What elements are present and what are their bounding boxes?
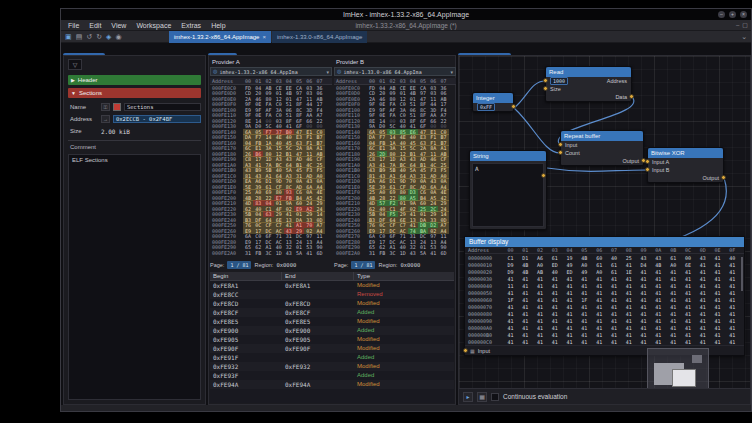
document-tab[interactable]: imhex-1.33.0-x86_64.AppImage [272,31,367,43]
menu-edit[interactable]: Edit [84,20,106,31]
chevron-icon: ▶ [71,77,75,83]
minimize-icon[interactable]: – [718,11,725,18]
size-label: Size [70,128,98,134]
comment-textarea[interactable]: ELF Sections [68,154,201,400]
filter-icon[interactable]: ▽ [68,59,82,70]
close-icon[interactable]: × [740,11,747,18]
column-begin[interactable]: Begin [210,272,282,280]
buffer-row: 0000008041414141414141414141414141414141 [465,310,744,317]
input-pin[interactable] [558,150,563,155]
diff-table-row[interactable]: 0xFE8CF0xFE8CFAdded [210,308,454,317]
buffer-hex-dump: 00000000C1D1A661194B60402543436100434140… [465,254,744,345]
provider-b-select[interactable]: ◎ imhex-1.33.0-x86_64.AppIma ▾ [334,67,456,76]
toolbar: ▣▤↺↻◈◉ [65,32,122,42]
diff-table-row[interactable]: 0xFE9050xFE905Modified [210,335,454,344]
layout-restore-icon[interactable]: ▢ [742,20,748,31]
node-string[interactable]: String A [469,150,547,230]
hex-row[interactable]: 000FE2A031FB3C1D435A416D [334,250,456,256]
node-read[interactable]: Read 1000 Address Size Data [545,66,632,102]
continuous-evaluation-checkbox[interactable] [491,393,499,401]
tab-close-icon[interactable]: × [262,34,266,40]
node-title: Read [546,67,631,77]
output-pin[interactable] [511,104,516,109]
document-tab-label: imhex-1.33.2-x86_64.AppImage [174,34,259,40]
bookmarks-tabstrip: Bookmarks [63,45,105,55]
menu-extras[interactable]: Extras [176,20,206,31]
diff-table-row[interactable]: 0xFE94A0xFE94AModified [210,380,454,389]
input-pin[interactable] [543,86,548,91]
region-value: 0x0000 [400,262,420,268]
page-input[interactable]: 1 / 81 [227,261,251,269]
undo-icon[interactable]: ↺ [86,32,92,42]
column-type[interactable]: Type [354,272,454,280]
minimap-node [692,355,702,363]
save-icon[interactable]: ▤ [76,32,83,42]
document-tab[interactable]: imhex-1.33.2-x86_64.AppImage× [169,31,271,43]
menu-view[interactable]: View [106,20,131,31]
column-end[interactable]: End [282,272,354,280]
hex-row[interactable]: 000FE2A031FB3C1D435A416D [210,250,332,256]
layout-minimize-icon[interactable]: – [736,20,739,31]
diff-table-row[interactable]: 0xFE8E50xFE8E5Modified [210,317,454,326]
string-value-field[interactable]: A [472,163,544,227]
redo-icon[interactable]: ↻ [96,32,102,42]
goto-address-icon[interactable]: → [101,115,110,123]
toolbar-row: ▣▤↺↻◈◉ imhex-1.33.2-x86_64.AppImage×imhe… [61,31,751,43]
port-label: Input [478,348,490,354]
buffer-row: 0000004011414141414141414141414141414141 [465,282,744,289]
bookmark-entry-sections[interactable]: ▼Sections [68,88,201,98]
diff-table-row[interactable]: 0xFE91FAdded [210,353,454,362]
diff-table-row[interactable]: 0xFE8CCRemoved [210,290,454,299]
scrollbar[interactable] [741,257,743,291]
bookmark-entry-header[interactable]: ▶Header [68,75,201,85]
menu-file[interactable]: File [63,20,84,31]
read-size-field[interactable]: 1000 [550,77,568,85]
output-pin[interactable] [629,94,634,99]
address-column-label: Address [334,78,367,84]
lock-icon[interactable]: ⚿ [101,103,110,111]
menu-help[interactable]: Help [206,20,230,31]
maximize-icon[interactable]: + [729,11,736,18]
buffer-row: 000000B041414141414141414141414141414141 [465,331,744,338]
node-repeat-buffer[interactable]: Repeat buffer Input Count Output [560,130,644,166]
bookmark-color-swatch[interactable] [113,103,121,111]
provider-b-file: imhex-1.33.0-x86_64.AppIma [343,69,448,75]
input-pin[interactable] [543,78,548,83]
diff-table-row[interactable]: 0xFE8A10xFE8A1Modified [210,281,454,290]
diff-table-row[interactable]: 0xFE8CD0xFE8CDModified [210,299,454,308]
dockspace: Bookmarks Diffing Data Processor ▽ ▶Head… [61,43,751,405]
input-pin[interactable] [645,159,650,164]
provider-b-title: Provider B [334,58,456,66]
open-file-icon[interactable]: ▣ [65,32,72,42]
menu-items: FileEditViewWorkspaceExtrasHelp [63,20,231,31]
window-titlebar[interactable]: ImHex - imhex-1.33.2-x86_64.AppImage – +… [61,9,751,20]
bookmark-name-field[interactable]: Sections [124,103,201,111]
bookmark-address-value[interactable]: 0x2ECCB - 0x2F4BF [113,115,201,123]
data-processor-tabstrip: Data Processor [458,45,511,55]
bookmark-size-value: 2.00 kiB [101,128,130,135]
diff-table-row[interactable]: 0xFE9000xFE900Added [210,326,454,335]
input-pin[interactable] [558,142,563,147]
diff-table-row[interactable]: 0xFE93FAdded [210,371,454,380]
menu-workspace[interactable]: Workspace [131,20,176,31]
grid-view-icon[interactable]: ▦ [477,392,487,402]
output-pin[interactable] [541,173,546,178]
minimap-viewport [672,369,696,387]
node-buffer-display[interactable]: Buffer display Address 00010203040506070… [464,236,745,356]
node-integer[interactable]: Integer 0xFF [472,92,514,112]
input-pin[interactable] [463,348,468,353]
bookmark-icon[interactable]: ◈ [106,32,111,42]
node-bitwise-xor[interactable]: Bitwise XOR Input A Input B Output [647,147,724,183]
diff-table-row[interactable]: 0xFE90F0xFE90FModified [210,344,454,353]
page-input[interactable]: 1 / 81 [351,261,375,269]
diff-table-body: 0xFE8A10xFE8A1Modified0xFE8CCRemoved0xFE… [210,281,454,403]
chevron-down-icon[interactable]: ⌄ [741,33,747,41]
diff-table-row[interactable]: 0xFE9320xFE932Modified [210,362,454,371]
provider-b-pager: Page: 1 / 81 Region: 0x0000 [334,260,420,270]
output-pin[interactable] [721,175,726,180]
run-icon[interactable]: ▸ [463,392,473,402]
integer-value-field[interactable]: 0xFF [477,103,495,111]
input-pin[interactable] [645,167,650,172]
provider-a-select[interactable]: ◎ imhex-1.33.2-x86_64.AppIma ▾ [210,67,332,76]
info-icon[interactable]: ◉ [115,32,121,42]
